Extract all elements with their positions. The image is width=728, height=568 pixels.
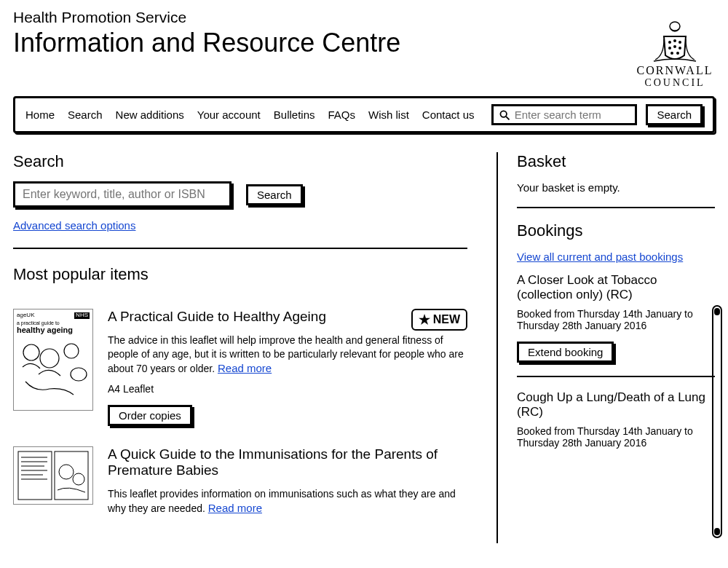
thumb-title: healthy ageing [17,326,90,334]
nav-item-contact-us[interactable]: Contact us [422,109,475,121]
item-body: A Practical Guide to Healthy Ageing ★ NE… [108,309,467,426]
main-content: Search Search Advanced search options Mo… [13,152,496,543]
new-badge: ★ NEW [411,309,467,331]
star-icon: ★ [419,312,430,328]
nav-item-bulletins[interactable]: Bulletins [274,109,315,121]
nav-item-wish-list[interactable]: Wish list [368,109,409,121]
scroll-up-icon [714,308,720,315]
people-illustration-icon [17,338,90,400]
nav-search-input[interactable] [515,109,630,121]
sidebar: Basket Your basket is empty. Bookings Vi… [496,152,715,543]
thumb-logo-right: NHS [74,312,90,319]
svg-point-23 [59,465,74,479]
nav-item-home[interactable]: Home [25,109,55,121]
nav-search-button[interactable]: Search [646,104,703,125]
nav-item-search[interactable]: Search [68,109,103,121]
leaflet-illustration-icon [17,450,90,501]
thumb-logo-left: ageUK [17,312,34,319]
main-search-button[interactable]: Search [246,184,303,205]
booking-item: A Closer Look at Tobacco (collection onl… [517,273,715,363]
svg-point-12 [40,349,59,368]
order-copies-button[interactable]: Order copies [108,405,192,426]
main-navbar: Home Search New additions Your account B… [13,96,715,133]
divider [517,207,715,208]
page-title: Information and Resource Centre [13,28,400,58]
scroll-down-icon [714,528,720,535]
basket-empty-text: Your basket is empty. [517,181,715,194]
nav-search-group: Search [491,104,703,125]
svg-point-2 [673,39,676,42]
item-title[interactable]: A Quick Guide to the Immunisations for t… [108,446,467,478]
view-all-bookings-link[interactable]: View all current and past bookings [517,251,683,263]
svg-point-13 [64,344,79,358]
search-row: Search [13,181,467,208]
nav-search-box[interactable] [491,104,637,125]
svg-point-5 [673,45,676,48]
item-desc-text: This leaflet provides information on imm… [108,488,456,514]
booking-dates: Booked from Thursday 14th January to Thu… [517,425,715,449]
svg-point-9 [501,111,507,117]
booking-item: Cough Up a Lung/Death of a Lung (RC) Boo… [517,390,715,449]
crest-icon [649,19,700,64]
svg-point-1 [668,41,671,44]
new-badge-label: NEW [433,313,460,326]
svg-rect-15 [18,451,52,500]
nav-item-faqs[interactable]: FAQs [328,109,355,121]
item-title[interactable]: A Practical Guide to Healthy Ageing [108,309,326,325]
item-format: A4 Leaflet [108,383,467,395]
search-heading: Search [13,152,467,171]
extend-booking-button[interactable]: Extend booking [517,342,614,363]
basket-heading: Basket [517,152,715,171]
svg-point-8 [676,52,679,55]
thumb-subtitle: a practical guide to [17,320,90,326]
nav-item-new-additions[interactable]: New additions [116,109,184,121]
divider [517,376,715,377]
item-description: This leaflet provides information on imm… [108,487,467,516]
advanced-search-link[interactable]: Advanced search options [13,219,135,232]
popular-heading: Most popular items [13,265,467,284]
svg-line-10 [507,117,510,119]
svg-point-6 [678,47,681,50]
booking-title: A Closer Look at Tobacco (collection onl… [517,273,715,302]
header-text-block: Health Promotion Service Information and… [13,9,400,58]
read-more-link[interactable]: Read more [208,502,262,514]
svg-point-4 [668,47,671,50]
svg-point-14 [71,368,87,381]
main-search-input[interactable] [13,181,232,208]
booking-title: Cough Up a Lung/Death of a Lung (RC) [517,390,715,419]
item-body: A Quick Guide to the Immunisations for t… [108,446,467,523]
svg-point-3 [678,41,681,44]
divider [13,248,467,249]
booking-dates: Booked from Thursday 14th January to Thu… [517,308,715,331]
council-logo: CORNWALL COUNCIL [635,9,715,89]
item-thumbnail[interactable] [13,446,93,505]
read-more-link[interactable]: Read more [218,362,272,374]
scrollbar[interactable] [712,305,722,538]
svg-point-7 [670,52,673,55]
search-icon [499,109,510,121]
bookings-heading: Bookings [517,221,715,240]
svg-point-11 [23,344,39,360]
item-thumbnail[interactable]: ageUKNHS a practical guide to healthy ag… [13,309,93,411]
page-header: Health Promotion Service Information and… [13,9,715,89]
council-name-2: COUNCIL [644,77,705,89]
item-desc-text: The advice in this leaflet will help imp… [108,334,464,374]
service-subtitle: Health Promotion Service [13,9,400,26]
popular-item: A Quick Guide to the Immunisations for t… [13,446,467,523]
popular-item: ageUKNHS a practical guide to healthy ag… [13,309,467,426]
council-name-1: CORNWALL [637,64,713,77]
nav-items: Home Search New additions Your account B… [25,109,478,121]
item-description: The advice in this leaflet will help imp… [108,334,467,376]
nav-item-your-account[interactable]: Your account [197,109,261,121]
svg-point-24 [73,473,84,485]
